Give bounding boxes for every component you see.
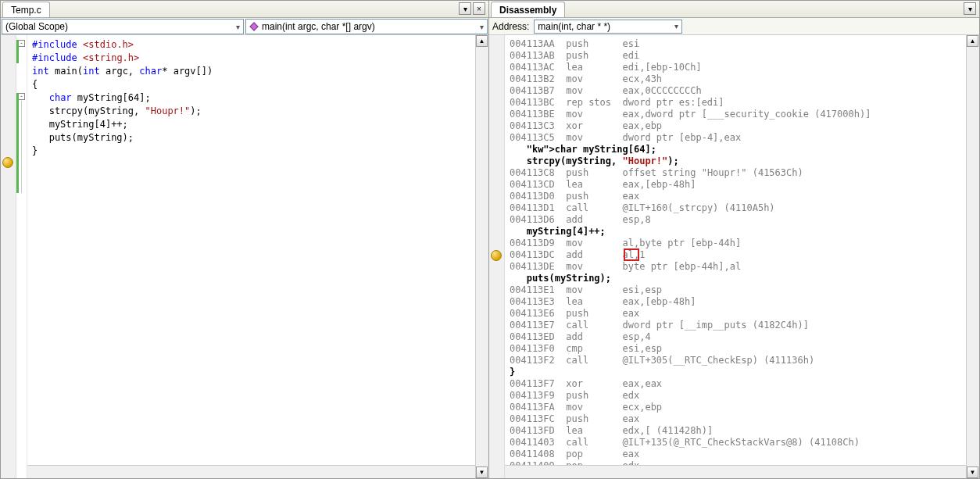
disasm-line: 004113F7 xor eax,eax (510, 378, 961, 390)
disassembly-pane: Disassembly ▾ Address: main(int, char * … (489, 0, 980, 479)
change-bar (16, 40, 19, 63)
disasm-source-line: puts(myString); (510, 273, 961, 284)
disasm-line: 004113F9 push edx (510, 390, 961, 402)
scroll-up-icon[interactable]: ▲ (967, 35, 978, 47)
code-line: #include <stdio.h> (32, 38, 470, 52)
horizontal-scrollbar[interactable] (505, 465, 966, 478)
disasm-line: 004113FC push eax (510, 413, 961, 425)
disasm-code-area[interactable]: 004113AA push esi004113AB push edi004113… (489, 35, 979, 478)
disasm-line: 004113FD lea edx,[ (411428h)] (510, 425, 961, 437)
code-line: char myString[64]; (32, 91, 470, 105)
disasm-line: 004113F2 call @ILT+305(__RTC_CheckEsp) (… (510, 355, 961, 366)
scroll-down-icon[interactable]: ▼ (967, 466, 978, 478)
code-line: { (32, 78, 470, 91)
address-row: Address: main(int, char * *) (489, 18, 979, 35)
vertical-scrollbar[interactable]: ▲ ▼ (966, 35, 979, 478)
disasm-line: 004113BC rep stos dword ptr es:[edi] (510, 97, 961, 109)
disasm-line: 004113DC add al,1 (510, 249, 961, 261)
address-input[interactable]: main(int, char * *) (534, 20, 682, 34)
function-icon (249, 22, 258, 30)
function-value: main(int argc, char *[] argv) (262, 21, 375, 32)
source-body[interactable]: #include <stdio.h>#include <string.h>int… (27, 35, 475, 478)
disasm-line: 004113AC lea edi,[ebp-10Ch] (510, 62, 961, 73)
tab-close-icon[interactable]: × (473, 2, 485, 15)
scope-dropdown[interactable]: (Global Scope) (2, 19, 244, 34)
collapse-icon[interactable]: - (18, 93, 25, 100)
tab-dropdown-icon[interactable]: ▾ (964, 2, 976, 15)
disasm-line: 004113C8 push offset string "Houpr!" (41… (510, 167, 961, 179)
disasm-line: 004113CD lea eax,[ebp-48h] (510, 179, 961, 191)
disasm-body[interactable]: 004113AA push esi004113AB push edi004113… (505, 35, 966, 478)
disasm-line: 004113E7 call dword ptr [__imp__puts (41… (510, 320, 961, 331)
disasm-line: 004113D6 add esp,8 (510, 214, 961, 226)
disasm-line: 004113C5 mov dword ptr [ebp-4],eax (510, 132, 961, 144)
scope-value: (Global Scope) (5, 21, 68, 32)
disasm-line: 004113B2 mov ecx,43h (510, 73, 961, 85)
disasm-line: 004113FA mov ecx,ebp (510, 402, 961, 413)
source-nav-row: (Global Scope) main(int argc, char *[] a… (1, 18, 488, 35)
code-line: int main(int argc, char* argv[]) (32, 65, 470, 78)
disasm-line: 004113AA push esi (510, 38, 961, 50)
function-dropdown[interactable]: main(int argc, char *[] argv) (245, 19, 488, 34)
outline-column[interactable]: - - (16, 35, 27, 478)
address-value: main(int, char * *) (538, 21, 610, 32)
disasm-line: 004113D0 push eax (510, 191, 961, 202)
highlight-box (624, 248, 639, 261)
collapse-icon[interactable]: - (18, 40, 25, 47)
code-line: #include <string.h> (32, 52, 470, 65)
disasm-source-line: myString[4]++; (510, 226, 961, 238)
disasm-tab[interactable]: Disassembly (491, 2, 565, 17)
disasm-tab-row: Disassembly ▾ (489, 1, 979, 18)
scroll-up-icon[interactable]: ▲ (476, 35, 488, 47)
horizontal-scrollbar[interactable] (27, 465, 475, 478)
disasm-line: 004113B7 mov eax,0CCCCCCCCh (510, 85, 961, 97)
code-line: strcpy(myString, "Houpr!"); (32, 105, 470, 118)
disasm-line: 004113E3 lea eax,[ebp-48h] (510, 296, 961, 308)
scroll-down-icon[interactable]: ▼ (476, 466, 488, 478)
disasm-line: 004113E6 push eax (510, 308, 961, 320)
tab-dropdown-icon[interactable]: ▾ (459, 2, 471, 15)
disasm-line: 004113ED add esp,4 (510, 331, 961, 343)
disasm-line: 00411408 pop eax (510, 449, 961, 460)
breakpoint-icon[interactable] (2, 157, 13, 168)
vertical-scrollbar[interactable]: ▲ ▼ (475, 35, 488, 478)
address-label: Address: (492, 21, 529, 32)
disasm-source-line: "kw">char myString[64]; (510, 144, 961, 155)
change-bar (16, 93, 19, 193)
disasm-line: 004113AB push edi (510, 50, 961, 62)
source-tab[interactable]: Temp.c (2, 2, 50, 17)
disasm-line: 004113DE mov byte ptr [ebp-44h],al (510, 261, 961, 273)
disasm-line: 00411403 call @ILT+135(@_RTC_CheckStackV… (510, 437, 961, 449)
breakpoint-icon[interactable] (491, 250, 502, 261)
code-line: } (32, 145, 470, 158)
disasm-line: 004113D1 call @ILT+160(_strcpy) (4110A5h… (510, 202, 961, 214)
disasm-gutter[interactable] (489, 35, 505, 478)
disasm-source-line: } (510, 366, 961, 378)
breakpoint-gutter[interactable] (1, 35, 16, 478)
outline-line (21, 101, 22, 193)
disasm-line: 004113E1 mov esi,esp (510, 284, 961, 296)
disasm-line: 004113BE mov eax,dword ptr [___security_… (510, 109, 961, 120)
disasm-line: 004113D9 mov al,byte ptr [ebp-44h] (510, 238, 961, 249)
source-editor-pane: Temp.c ▾ × (Global Scope) main(int argc,… (0, 0, 489, 479)
code-line: puts(myString); (32, 131, 470, 145)
disasm-line: 004113C3 xor eax,ebp (510, 120, 961, 132)
disasm-source-line: strcpy(myString, "Houpr!"); (510, 155, 961, 167)
source-code-area[interactable]: - - #include <stdio.h>#include <string.h… (1, 35, 488, 478)
source-tab-row: Temp.c ▾ × (1, 1, 488, 18)
code-line: myString[4]++; (32, 118, 470, 131)
disasm-line: 004113F0 cmp esi,esp (510, 343, 961, 355)
